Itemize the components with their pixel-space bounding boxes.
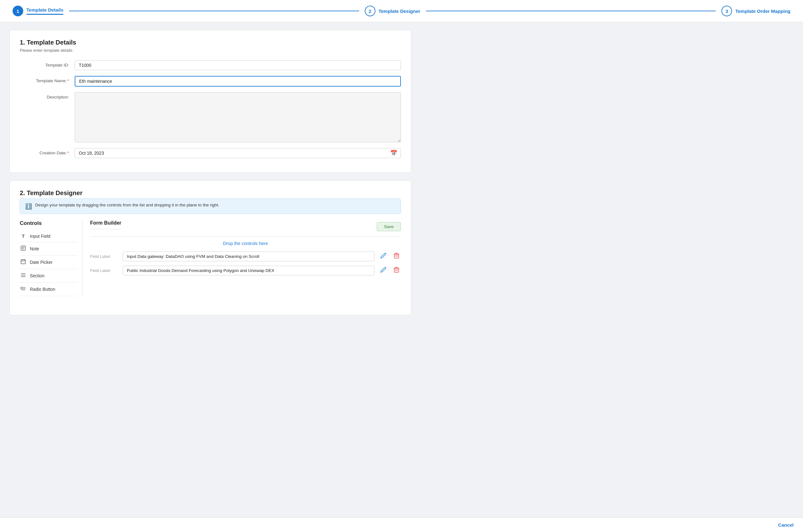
creation-date-label: Creation Date:* <box>20 148 75 155</box>
control-section[interactable]: Section <box>20 269 77 283</box>
svg-rect-20 <box>394 268 399 272</box>
form-builder-title: Form Builder <box>90 220 122 229</box>
info-banner: ℹ️ Design your template by dragging the … <box>20 198 401 214</box>
template-details-card: 1. Template Details Please enter templat… <box>10 30 411 173</box>
delete-icon-2[interactable] <box>392 267 401 274</box>
field-input-2[interactable] <box>123 266 375 276</box>
template-name-input[interactable] <box>75 76 401 87</box>
field-row-1: Field Label <box>90 251 401 261</box>
description-input[interactable] <box>75 92 401 142</box>
template-designer-heading: 2. Template Designer <box>20 189 401 197</box>
field-label-1: Field Label <box>90 254 118 259</box>
control-date-picker-label: Date Picker <box>30 260 52 265</box>
field-label-2: Field Label <box>90 268 118 273</box>
template-id-label: Template ID: <box>20 60 75 68</box>
description-row: Description: <box>20 92 401 142</box>
edit-icon-2[interactable] <box>379 267 388 274</box>
template-name-row: Template Name:* <box>20 76 401 87</box>
info-message: Design your template by dragging the con… <box>35 203 219 207</box>
edit-icon-1[interactable] <box>379 252 388 260</box>
info-icon: ℹ️ <box>25 203 32 210</box>
step-connector-1 <box>69 11 359 11</box>
control-radio-button-label: Radio Button <box>30 287 55 292</box>
field-row-2: Field Label <box>90 266 401 276</box>
step-1[interactable]: 1 Template Details <box>13 6 63 16</box>
delete-icon-1[interactable] <box>392 252 401 260</box>
step-2-label: Template Designer <box>379 8 420 14</box>
step-3-label: Template Order Mapping <box>735 8 790 14</box>
control-section-label: Section <box>30 273 44 278</box>
control-input-field-label: Input Field <box>30 234 50 239</box>
creation-date-input[interactable] <box>75 148 401 158</box>
drop-zone-hint: Drop the controls here <box>90 241 401 246</box>
control-date-picker[interactable]: Date Picker <box>20 255 77 269</box>
step-2[interactable]: 2 Template Designer <box>365 6 420 16</box>
control-input-field[interactable]: T Input Field <box>20 230 77 242</box>
section-icon <box>20 272 27 279</box>
field-input-1[interactable] <box>123 251 375 261</box>
step-1-circle: 1 <box>13 6 23 16</box>
step-3-circle: 3 <box>722 6 732 16</box>
input-field-icon: T <box>20 233 27 239</box>
control-note[interactable]: Note <box>20 242 77 255</box>
note-icon <box>20 245 27 252</box>
controls-title: Controls <box>20 220 77 227</box>
form-builder: Form Builder Save Drop the controls here… <box>83 220 401 296</box>
creation-date-row: Creation Date:* 📅 <box>20 148 401 158</box>
stepper: 1 Template Details 2 Template Designer 3… <box>0 0 803 22</box>
control-radio-button[interactable]: Radio Button <box>20 283 77 296</box>
radio-button-icon <box>20 286 27 293</box>
template-details-subtitle: Please enter template details <box>20 48 401 53</box>
step-3[interactable]: 3 Template Order Mapping <box>722 6 790 16</box>
controls-panel: Controls T Input Field Note <box>20 220 83 296</box>
description-label: Description: <box>20 92 75 99</box>
template-designer-card: 2. Template Designer ℹ️ Design your temp… <box>10 180 411 315</box>
step-connector-2 <box>426 11 716 11</box>
step-2-circle: 2 <box>365 6 376 16</box>
date-picker-icon <box>20 259 27 266</box>
save-button[interactable]: Save <box>377 222 401 231</box>
control-note-label: Note <box>30 246 39 251</box>
template-id-input[interactable] <box>75 60 401 70</box>
template-id-row: Template ID: <box>20 60 401 70</box>
svg-rect-16 <box>394 254 399 258</box>
svg-rect-4 <box>21 260 25 264</box>
step-1-label: Template Details <box>26 7 63 13</box>
template-name-label: Template Name:* <box>20 76 75 83</box>
calendar-icon[interactable]: 📅 <box>390 150 397 156</box>
template-details-heading: 1. Template Details <box>20 39 401 46</box>
